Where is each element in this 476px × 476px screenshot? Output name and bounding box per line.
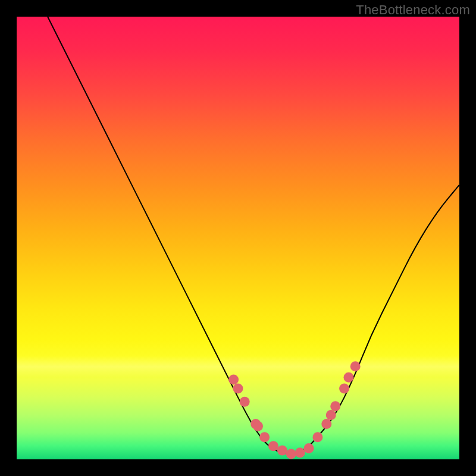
highlight-dot bbox=[304, 443, 314, 453]
highlight-dot bbox=[321, 419, 331, 429]
highlight-dot bbox=[344, 372, 354, 383]
bottleneck-curve bbox=[48, 17, 459, 454]
highlight-dot bbox=[233, 383, 243, 393]
highlight-dots-group bbox=[228, 361, 361, 459]
highlight-dot bbox=[339, 383, 349, 393]
highlight-dot bbox=[240, 397, 250, 407]
chart-svg bbox=[17, 17, 459, 459]
highlight-dot bbox=[326, 410, 336, 420]
highlight-dot bbox=[277, 446, 287, 456]
highlight-dot bbox=[259, 432, 270, 442]
attribution-text: TheBottleneck.com bbox=[356, 2, 470, 18]
highlight-dot bbox=[312, 432, 322, 442]
highlight-dot bbox=[295, 447, 305, 458]
highlight-dot bbox=[228, 375, 239, 385]
highlight-dot bbox=[350, 361, 361, 371]
highlight-dot bbox=[253, 421, 263, 431]
chart-frame: TheBottleneck.com bbox=[0, 0, 476, 476]
plot-area bbox=[17, 17, 459, 459]
highlight-dot bbox=[268, 441, 278, 451]
highlight-dot bbox=[286, 449, 296, 459]
highlight-dot bbox=[330, 401, 340, 411]
